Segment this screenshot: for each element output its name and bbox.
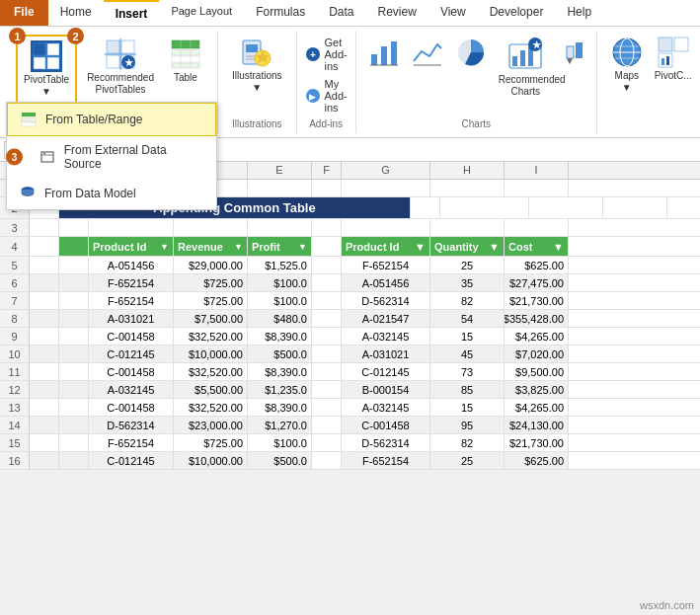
tab-data[interactable]: Data	[317, 0, 365, 26]
cell-e10[interactable]: $500.0	[248, 346, 312, 362]
cell-b8[interactable]	[59, 310, 89, 327]
cell-a11[interactable]	[30, 363, 59, 380]
tab-page-layout[interactable]: Page Layout	[159, 0, 244, 26]
cell-e9[interactable]: $8,390.0	[248, 328, 312, 345]
cell-e12[interactable]: $1,235.0	[248, 381, 312, 398]
cell-f3[interactable]	[312, 219, 342, 236]
cell-b4[interactable]	[59, 237, 89, 256]
get-addins-button[interactable]: + Get Add-ins	[305, 35, 348, 74]
cell-d9[interactable]: $32,520.00	[174, 328, 248, 345]
cell-i1[interactable]	[505, 180, 569, 196]
cell-i5[interactable]: $625.00	[505, 257, 569, 273]
cell-d4-header[interactable]: Revenue▼	[174, 237, 248, 256]
cell-c6[interactable]: F-652154	[89, 274, 174, 291]
cell-a9[interactable]	[30, 328, 59, 345]
cell-c16[interactable]: C-012145	[89, 452, 174, 469]
cell-a10[interactable]	[30, 346, 59, 362]
cell-b9[interactable]	[59, 328, 89, 345]
cell-a4[interactable]	[30, 237, 59, 256]
cell-c12[interactable]: A-032145	[89, 381, 174, 398]
cell-b12[interactable]	[59, 381, 89, 398]
cell-g16[interactable]: F-652154	[342, 452, 430, 469]
cell-g3[interactable]	[342, 219, 430, 236]
col-header-e[interactable]: E	[248, 162, 312, 179]
line-chart-button[interactable]	[408, 35, 447, 70]
cell-h10[interactable]: 45	[430, 346, 505, 362]
cell-a14[interactable]	[30, 417, 59, 433]
recommended-charts-button[interactable]: ★ RecommendedCharts	[495, 35, 557, 100]
recommended-pivottables-button[interactable]: ★ RecommendedPivotTables	[81, 35, 160, 100]
illustrations-button[interactable]: Illustrations▼	[228, 35, 286, 96]
cell-a5[interactable]	[30, 257, 59, 273]
cell-c5[interactable]: A-051456	[89, 257, 174, 273]
cell-f8[interactable]	[312, 310, 342, 327]
cell-f1[interactable]	[312, 180, 342, 196]
cell-h2[interactable]	[529, 197, 603, 218]
cell-f5[interactable]	[312, 257, 342, 273]
from-data-model-item[interactable]: From Data Model	[7, 178, 216, 209]
cell-e15[interactable]: $100.0	[248, 434, 312, 451]
cell-g6[interactable]: A-051456	[342, 274, 430, 291]
tab-view[interactable]: View	[428, 0, 478, 26]
pie-chart-button[interactable]	[451, 35, 491, 70]
cell-e8[interactable]: $480.0	[248, 310, 312, 327]
col-header-i[interactable]: I	[505, 162, 569, 179]
cell-i13[interactable]: $4,265.00	[505, 399, 569, 416]
cell-i6[interactable]: $27,475.00	[505, 274, 569, 291]
cell-b16[interactable]	[59, 452, 89, 469]
cell-b6[interactable]	[59, 274, 89, 291]
cell-e3[interactable]	[248, 219, 312, 236]
cell-e1[interactable]	[248, 180, 312, 196]
col-header-g[interactable]: G	[342, 162, 430, 179]
cell-g13[interactable]: A-032145	[342, 399, 430, 416]
cell-f9[interactable]	[312, 328, 342, 345]
cell-d3[interactable]	[174, 219, 248, 236]
cell-i15[interactable]: $21,730.00	[505, 434, 569, 451]
cell-i14[interactable]: $24,130.00	[505, 417, 569, 433]
cell-b11[interactable]	[59, 363, 89, 380]
cell-a15[interactable]	[30, 434, 59, 451]
cell-c7[interactable]: F-652154	[89, 292, 174, 309]
cell-i2[interactable]	[603, 197, 667, 218]
tab-file[interactable]: File	[0, 0, 48, 26]
from-table-range-item[interactable]: From Table/Range	[7, 103, 216, 136]
cell-a16[interactable]	[30, 452, 59, 469]
cell-d6[interactable]: $725.00	[174, 274, 248, 291]
cell-g15[interactable]: D-562314	[342, 434, 430, 451]
cell-f11[interactable]	[312, 363, 342, 380]
cell-g5[interactable]: F-652154	[342, 257, 430, 273]
tab-home[interactable]: Home	[48, 0, 104, 26]
col-header-h[interactable]: H	[430, 162, 505, 179]
cell-c8[interactable]: A-031021	[89, 310, 174, 327]
cell-e6[interactable]: $100.0	[248, 274, 312, 291]
cell-g10[interactable]: A-031021	[342, 346, 430, 362]
cell-f7[interactable]	[312, 292, 342, 309]
cell-a13[interactable]	[30, 399, 59, 416]
cell-c15[interactable]: F-652154	[89, 434, 174, 451]
cell-a8[interactable]	[30, 310, 59, 327]
cell-a7[interactable]	[30, 292, 59, 309]
cell-b5[interactable]	[59, 257, 89, 273]
cell-e4-header[interactable]: Profit▼	[248, 237, 312, 256]
cell-g8[interactable]: A-021547	[342, 310, 430, 327]
cell-h1[interactable]	[430, 180, 505, 196]
cell-h15[interactable]: 82	[430, 434, 505, 451]
cell-g2[interactable]	[440, 197, 529, 218]
pivot-table-button[interactable]: 1 2 PivotTable▼	[16, 35, 77, 104]
cell-c10[interactable]: C-012145	[89, 346, 174, 362]
cell-h16[interactable]: 25	[430, 452, 505, 469]
cell-f10[interactable]	[312, 346, 342, 362]
cell-e11[interactable]: $8,390.0	[248, 363, 312, 380]
cell-h7[interactable]: 82	[430, 292, 505, 309]
cell-h8[interactable]: 54	[430, 310, 505, 327]
bar-chart-button[interactable]	[364, 35, 404, 70]
cell-a12[interactable]	[30, 381, 59, 398]
cell-d8[interactable]: $7,500.00	[174, 310, 248, 327]
cell-f16[interactable]	[312, 452, 342, 469]
cell-h9[interactable]: 15	[430, 328, 505, 345]
maps-button[interactable]: Maps▼	[607, 35, 647, 96]
cell-g12[interactable]: B-000154	[342, 381, 430, 398]
cell-c4-header[interactable]: Product Id▼	[89, 237, 174, 256]
cell-g9[interactable]: A-032145	[342, 328, 430, 345]
cell-h5[interactable]: 25	[430, 257, 505, 273]
